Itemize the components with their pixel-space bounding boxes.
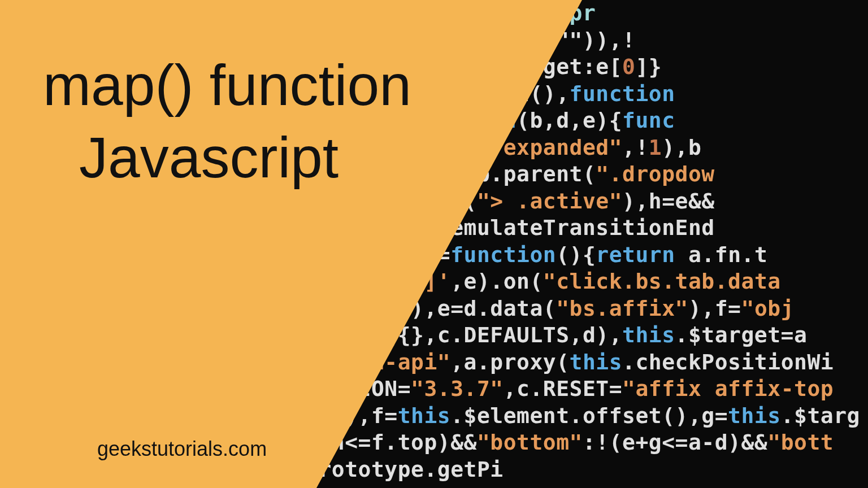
site-credit: geekstutorials.com (97, 437, 267, 461)
